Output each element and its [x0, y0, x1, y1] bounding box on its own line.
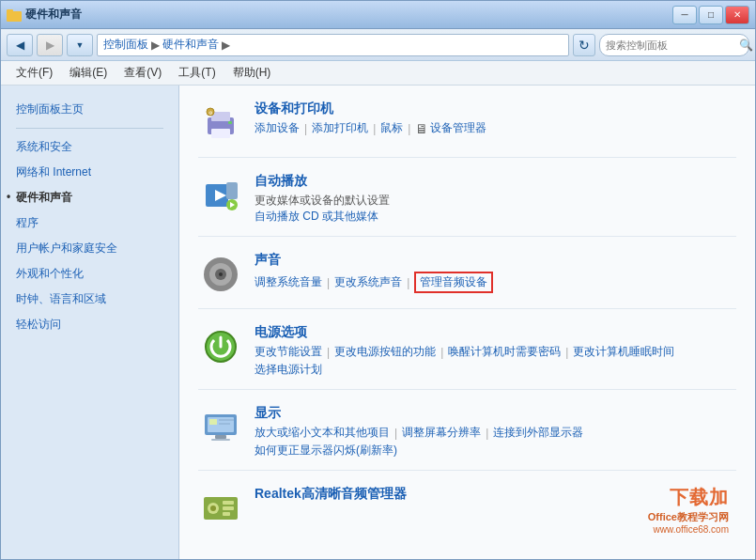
- category-autoplay: 自动播放 更改媒体或设备的默认设置 自动播放 CD 或其他媒体: [198, 173, 736, 237]
- sep6: |: [327, 346, 330, 359]
- sidebar-item-clock[interactable]: 时钟、语言和区域: [1, 287, 178, 312]
- refresh-button[interactable]: ↻: [573, 34, 595, 56]
- menu-help[interactable]: 帮助(H): [225, 63, 279, 83]
- svg-point-16: [219, 272, 223, 276]
- menu-bar: 文件(F) 编辑(E) 查看(V) 工具(T) 帮助(H): [1, 61, 755, 86]
- realtek-svg: [202, 490, 239, 527]
- autoplay-icon: [198, 173, 243, 218]
- breadcrumb-sep1: ▶: [151, 39, 160, 52]
- link-sleep-time[interactable]: 更改计算机睡眠时间: [573, 344, 674, 360]
- sidebar-item-hardware[interactable]: 硬件和声音: [1, 185, 178, 210]
- svg-rect-29: [223, 506, 234, 510]
- svg-rect-5: [228, 121, 232, 124]
- sidebar-item-network[interactable]: 网络和 Internet: [1, 160, 178, 185]
- svg-rect-21: [211, 439, 230, 441]
- maximize-button[interactable]: □: [699, 6, 723, 24]
- menu-file[interactable]: 文件(F): [8, 63, 60, 83]
- svg-rect-10: [226, 182, 238, 199]
- power-links: 更改节能设置 | 更改电源按钮的功能 | 唤醒计算机时需要密码 | 更改计算机睡…: [255, 344, 736, 360]
- sidebar-item-accessibility[interactable]: 轻松访问: [1, 312, 178, 337]
- power-title[interactable]: 电源选项: [255, 324, 736, 341]
- category-display-content: 显示 放大或缩小文本和其他项目 | 调整屏幕分辨率 | 连接到外部显示器 如何更…: [255, 405, 736, 459]
- sound-links: 调整系统音量 | 更改系统声音 | 管理音频设备: [255, 272, 736, 293]
- sidebar: 控制面板主页 系统和安全 网络和 Internet 硬件和声音 程序 用户帐户和…: [1, 86, 179, 559]
- realtek-icon: [198, 486, 243, 531]
- sidebar-item-home[interactable]: 控制面板主页: [1, 97, 178, 122]
- svg-rect-28: [223, 501, 234, 505]
- sound-svg: [202, 256, 239, 293]
- autoplay-title[interactable]: 自动播放: [255, 173, 736, 190]
- link-resolution[interactable]: 调整屏幕分辨率: [402, 425, 481, 441]
- title-bar-left: 硬件和声音: [7, 7, 82, 23]
- devices-title[interactable]: 设备和打印机: [255, 101, 736, 117]
- link-manage-audio[interactable]: 管理音频设备: [420, 275, 487, 288]
- sep1: |: [304, 122, 307, 135]
- autoplay-svg: [202, 177, 239, 214]
- category-sound-content: 声音 调整系统音量 | 更改系统声音 | 管理音频设备: [255, 252, 736, 293]
- menu-tools[interactable]: 工具(T): [171, 63, 223, 83]
- svg-rect-4: [211, 129, 230, 138]
- breadcrumb-hardware[interactable]: 硬件和声音: [162, 37, 219, 53]
- window-controls: ─ □ ✕: [672, 6, 749, 24]
- search-input[interactable]: [606, 39, 735, 51]
- link-autoplay-cd[interactable]: 自动播放 CD 或其他媒体: [255, 209, 378, 225]
- link-adjust-volume[interactable]: 调整系统音量: [255, 274, 322, 290]
- breadcrumb-bar: 控制面板 ▶ 硬件和声音 ▶: [97, 34, 569, 56]
- svg-rect-22: [209, 419, 217, 425]
- main-window: 硬件和声音 ─ □ ✕ ◀ ▶ ▼ 控制面板 ▶ 硬件和声音 ▶ ↻ 🔍 文件(…: [0, 0, 756, 560]
- devices-links: 添加设备 | 添加打印机 | 鼠标 | 🖥 设备管理器: [255, 120, 736, 136]
- breadcrumb-controlpanel[interactable]: 控制面板: [103, 37, 148, 53]
- category-power: 电源选项 更改节能设置 | 更改电源按钮的功能 | 唤醒计算机时需要密码 | 更…: [198, 324, 736, 390]
- category-devices: ⚙ 设备和打印机 添加设备 | 添加打印机 | 鼠标 | 🖥: [198, 101, 736, 158]
- watermark-line1: 下载加: [648, 485, 729, 510]
- sidebar-item-users[interactable]: 用户帐户和家庭安全: [1, 236, 178, 261]
- svg-rect-20: [215, 435, 226, 439]
- sep2: |: [373, 122, 376, 135]
- link-external-display[interactable]: 连接到外部显示器: [493, 425, 583, 441]
- power-svg: [202, 328, 239, 366]
- power-links2: 选择电源计划: [255, 362, 736, 378]
- sep3: |: [408, 122, 410, 135]
- address-bar: ◀ ▶ ▼ 控制面板 ▶ 硬件和声音 ▶ ↻ 🔍: [1, 29, 755, 61]
- link-change-sounds[interactable]: 更改系统声音: [334, 274, 402, 290]
- sidebar-item-programs[interactable]: 程序: [1, 210, 178, 236]
- close-button[interactable]: ✕: [725, 6, 749, 24]
- content-wrapper: ⚙ 设备和打印机 添加设备 | 添加打印机 | 鼠标 | 🖥: [198, 101, 736, 542]
- link-wakeup-password[interactable]: 唤醒计算机时需要密码: [448, 344, 561, 360]
- recent-pages-button[interactable]: ▼: [67, 34, 93, 56]
- svg-point-27: [210, 506, 216, 511]
- forward-button[interactable]: ▶: [37, 34, 63, 56]
- sidebar-item-system[interactable]: 系统和安全: [1, 134, 178, 160]
- link-power-plan[interactable]: 选择电源计划: [255, 362, 322, 378]
- content-panel: ⚙ 设备和打印机 添加设备 | 添加打印机 | 鼠标 | 🖥: [179, 86, 755, 559]
- minimize-button[interactable]: ─: [672, 6, 697, 24]
- menu-view[interactable]: 查看(V): [116, 63, 169, 83]
- sidebar-item-appearance[interactable]: 外观和个性化: [1, 261, 178, 287]
- link-power-settings[interactable]: 更改节能设置: [255, 344, 322, 360]
- link-text-size[interactable]: 放大或缩小文本和其他项目: [255, 425, 390, 441]
- svg-rect-1: [7, 9, 13, 13]
- link-add-device[interactable]: 添加设备: [255, 120, 300, 136]
- sound-icon: [198, 252, 243, 297]
- printer-icon: ⚙: [198, 101, 243, 146]
- folder-icon: [7, 8, 22, 23]
- watermark-line2: Office教程学习网: [648, 510, 729, 524]
- category-display: 显示 放大或缩小文本和其他项目 | 调整屏幕分辨率 | 连接到外部显示器 如何更…: [198, 405, 736, 471]
- menu-edit[interactable]: 编辑(E): [62, 63, 115, 83]
- back-button[interactable]: ◀: [7, 34, 33, 56]
- highlight-box: 管理音频设备: [414, 272, 493, 293]
- link-add-printer[interactable]: 添加打印机: [312, 120, 368, 136]
- sep10: |: [486, 427, 488, 440]
- link-mouse[interactable]: 鼠标: [380, 120, 403, 136]
- link-flicker[interactable]: 如何更正显示器闪烁(刷新率): [255, 443, 397, 459]
- category-power-content: 电源选项 更改节能设置 | 更改电源按钮的功能 | 唤醒计算机时需要密码 | 更…: [255, 324, 736, 378]
- svg-rect-24: [219, 423, 230, 425]
- display-title[interactable]: 显示: [255, 405, 736, 422]
- watermark-line3: www.office68.com: [648, 524, 729, 535]
- sound-title[interactable]: 声音: [255, 252, 736, 269]
- display-links: 放大或缩小文本和其他项目 | 调整屏幕分辨率 | 连接到外部显示器: [255, 425, 736, 441]
- link-device-manager[interactable]: 设备管理器: [430, 120, 486, 136]
- sidebar-divider: [16, 128, 163, 129]
- link-power-button[interactable]: 更改电源按钮的功能: [334, 344, 436, 360]
- search-box: 🔍: [599, 34, 749, 56]
